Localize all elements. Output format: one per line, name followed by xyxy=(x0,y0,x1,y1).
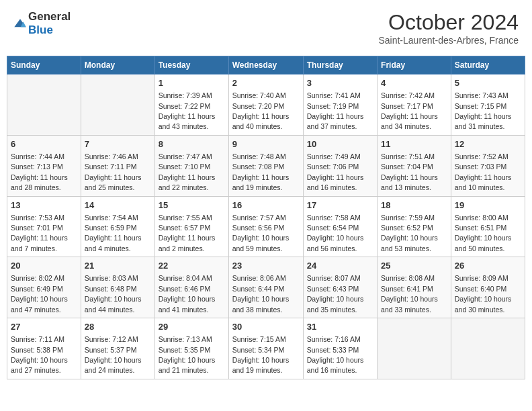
day-number: 15 xyxy=(159,199,225,212)
day-info: Sunrise: 7:52 AMSunset: 7:03 PMDaylight:… xyxy=(455,152,512,191)
calendar-cell: 2Sunrise: 7:40 AMSunset: 7:20 PMDaylight… xyxy=(228,75,303,136)
calendar-cell xyxy=(378,318,451,379)
weekday-header-monday: Monday xyxy=(81,56,154,75)
day-info: Sunrise: 7:12 AMSunset: 5:37 PMDaylight:… xyxy=(85,335,142,374)
calendar-cell: 18Sunrise: 7:59 AMSunset: 6:52 PMDayligh… xyxy=(378,196,451,257)
day-number: 16 xyxy=(232,199,300,212)
calendar-week-4: 20Sunrise: 8:02 AMSunset: 6:49 PMDayligh… xyxy=(7,257,525,318)
day-info: Sunrise: 7:41 AMSunset: 7:19 PMDaylight:… xyxy=(307,91,364,130)
day-number: 19 xyxy=(455,199,521,212)
day-number: 28 xyxy=(85,321,151,333)
day-info: Sunrise: 8:09 AMSunset: 6:40 PMDaylight:… xyxy=(455,274,512,313)
calendar-cell xyxy=(81,75,154,136)
day-info: Sunrise: 7:46 AMSunset: 7:11 PMDaylight:… xyxy=(85,152,142,191)
day-number: 22 xyxy=(159,260,225,272)
location: Saint-Laurent-des-Arbres, France xyxy=(378,35,519,46)
day-info: Sunrise: 7:58 AMSunset: 6:54 PMDaylight:… xyxy=(307,214,364,253)
day-number: 20 xyxy=(11,260,77,272)
day-number: 2 xyxy=(232,77,300,89)
day-info: Sunrise: 7:53 AMSunset: 7:01 PMDaylight:… xyxy=(11,214,68,253)
day-info: Sunrise: 7:16 AMSunset: 5:33 PMDaylight:… xyxy=(307,335,364,374)
weekday-row: SundayMondayTuesdayWednesdayThursdayFrid… xyxy=(7,56,525,75)
weekday-header-thursday: Thursday xyxy=(303,56,377,75)
calendar-cell: 17Sunrise: 7:58 AMSunset: 6:54 PMDayligh… xyxy=(303,196,377,257)
calendar-cell: 9Sunrise: 7:48 AMSunset: 7:08 PMDaylight… xyxy=(228,135,303,196)
day-info: Sunrise: 8:00 AMSunset: 6:51 PMDaylight:… xyxy=(455,214,512,253)
logo-icon xyxy=(13,18,27,29)
day-number: 14 xyxy=(85,199,151,212)
calendar-cell: 27Sunrise: 7:11 AMSunset: 5:38 PMDayligh… xyxy=(7,318,81,379)
day-info: Sunrise: 7:47 AMSunset: 7:10 PMDaylight:… xyxy=(159,152,216,191)
page-header: General Blue October 2024 Saint-Laurent-… xyxy=(7,7,525,49)
day-number: 17 xyxy=(307,199,373,212)
calendar-cell: 24Sunrise: 8:07 AMSunset: 6:43 PMDayligh… xyxy=(303,257,377,318)
calendar-cell: 14Sunrise: 7:54 AMSunset: 6:59 PMDayligh… xyxy=(81,196,154,257)
day-info: Sunrise: 7:13 AMSunset: 5:35 PMDaylight:… xyxy=(159,335,216,374)
day-number: 24 xyxy=(307,260,373,272)
day-number: 26 xyxy=(455,260,521,272)
day-number: 12 xyxy=(455,138,521,150)
weekday-header-friday: Friday xyxy=(378,56,451,75)
calendar-cell: 30Sunrise: 7:15 AMSunset: 5:34 PMDayligh… xyxy=(228,318,303,379)
day-info: Sunrise: 7:57 AMSunset: 6:56 PMDaylight:… xyxy=(232,214,290,253)
calendar-cell: 3Sunrise: 7:41 AMSunset: 7:19 PMDaylight… xyxy=(303,75,377,136)
day-info: Sunrise: 8:02 AMSunset: 6:49 PMDaylight:… xyxy=(11,274,68,313)
day-number: 21 xyxy=(85,260,151,272)
day-info: Sunrise: 8:06 AMSunset: 6:44 PMDaylight:… xyxy=(232,274,290,313)
day-info: Sunrise: 7:59 AMSunset: 6:52 PMDaylight:… xyxy=(381,214,438,253)
day-info: Sunrise: 7:40 AMSunset: 7:20 PMDaylight:… xyxy=(232,91,290,130)
logo: General Blue xyxy=(13,10,71,38)
weekday-header-wednesday: Wednesday xyxy=(228,56,303,75)
calendar-week-1: 1Sunrise: 7:39 AMSunset: 7:22 PMDaylight… xyxy=(7,75,525,136)
calendar-cell xyxy=(7,75,81,136)
weekday-header-saturday: Saturday xyxy=(451,56,525,75)
month-title: October 2024 xyxy=(378,10,519,35)
day-info: Sunrise: 8:03 AMSunset: 6:48 PMDaylight:… xyxy=(85,274,142,313)
day-number: 25 xyxy=(381,260,447,272)
day-info: Sunrise: 7:15 AMSunset: 5:34 PMDaylight:… xyxy=(232,335,290,374)
calendar-table: SundayMondayTuesdayWednesdayThursdayFrid… xyxy=(7,56,525,379)
calendar-cell xyxy=(451,318,525,379)
day-number: 1 xyxy=(159,77,225,89)
calendar-cell: 13Sunrise: 7:53 AMSunset: 7:01 PMDayligh… xyxy=(7,196,81,257)
day-number: 31 xyxy=(307,321,373,333)
calendar-cell: 31Sunrise: 7:16 AMSunset: 5:33 PMDayligh… xyxy=(303,318,377,379)
day-info: Sunrise: 7:55 AMSunset: 6:57 PMDaylight:… xyxy=(159,214,216,253)
logo-general: General xyxy=(28,10,71,24)
day-info: Sunrise: 7:43 AMSunset: 7:15 PMDaylight:… xyxy=(455,91,512,130)
calendar-week-5: 27Sunrise: 7:11 AMSunset: 5:38 PMDayligh… xyxy=(7,318,525,379)
day-info: Sunrise: 8:08 AMSunset: 6:41 PMDaylight:… xyxy=(381,274,438,313)
calendar-header: SundayMondayTuesdayWednesdayThursdayFrid… xyxy=(7,56,525,75)
calendar-cell: 7Sunrise: 7:46 AMSunset: 7:11 PMDaylight… xyxy=(81,135,154,196)
day-number: 9 xyxy=(232,138,300,150)
day-number: 7 xyxy=(85,138,151,150)
day-number: 10 xyxy=(307,138,373,150)
calendar-cell: 15Sunrise: 7:55 AMSunset: 6:57 PMDayligh… xyxy=(154,196,228,257)
day-info: Sunrise: 7:11 AMSunset: 5:38 PMDaylight:… xyxy=(11,335,68,374)
calendar-cell: 21Sunrise: 8:03 AMSunset: 6:48 PMDayligh… xyxy=(81,257,154,318)
day-info: Sunrise: 8:07 AMSunset: 6:43 PMDaylight:… xyxy=(307,274,364,313)
day-info: Sunrise: 7:42 AMSunset: 7:17 PMDaylight:… xyxy=(381,91,438,130)
calendar-cell: 11Sunrise: 7:51 AMSunset: 7:04 PMDayligh… xyxy=(378,135,451,196)
day-info: Sunrise: 7:48 AMSunset: 7:08 PMDaylight:… xyxy=(232,152,290,191)
calendar-cell: 6Sunrise: 7:44 AMSunset: 7:13 PMDaylight… xyxy=(7,135,81,196)
day-number: 11 xyxy=(381,138,447,150)
day-number: 6 xyxy=(11,138,77,150)
day-number: 18 xyxy=(381,199,447,212)
day-number: 13 xyxy=(11,199,77,212)
logo-blue: Blue xyxy=(28,24,71,37)
day-number: 4 xyxy=(381,77,447,89)
day-number: 27 xyxy=(11,321,77,333)
day-number: 30 xyxy=(232,321,300,333)
day-info: Sunrise: 7:44 AMSunset: 7:13 PMDaylight:… xyxy=(11,152,68,191)
day-number: 8 xyxy=(159,138,225,150)
calendar-cell: 16Sunrise: 7:57 AMSunset: 6:56 PMDayligh… xyxy=(228,196,303,257)
day-info: Sunrise: 7:39 AMSunset: 7:22 PMDaylight:… xyxy=(159,91,216,130)
day-info: Sunrise: 8:04 AMSunset: 6:46 PMDaylight:… xyxy=(159,274,216,313)
day-info: Sunrise: 7:49 AMSunset: 7:06 PMDaylight:… xyxy=(307,152,364,191)
calendar-cell: 5Sunrise: 7:43 AMSunset: 7:15 PMDaylight… xyxy=(451,75,525,136)
calendar-cell: 8Sunrise: 7:47 AMSunset: 7:10 PMDaylight… xyxy=(154,135,228,196)
calendar-cell: 4Sunrise: 7:42 AMSunset: 7:17 PMDaylight… xyxy=(378,75,451,136)
calendar-cell: 1Sunrise: 7:39 AMSunset: 7:22 PMDaylight… xyxy=(154,75,228,136)
calendar-cell: 10Sunrise: 7:49 AMSunset: 7:06 PMDayligh… xyxy=(303,135,377,196)
